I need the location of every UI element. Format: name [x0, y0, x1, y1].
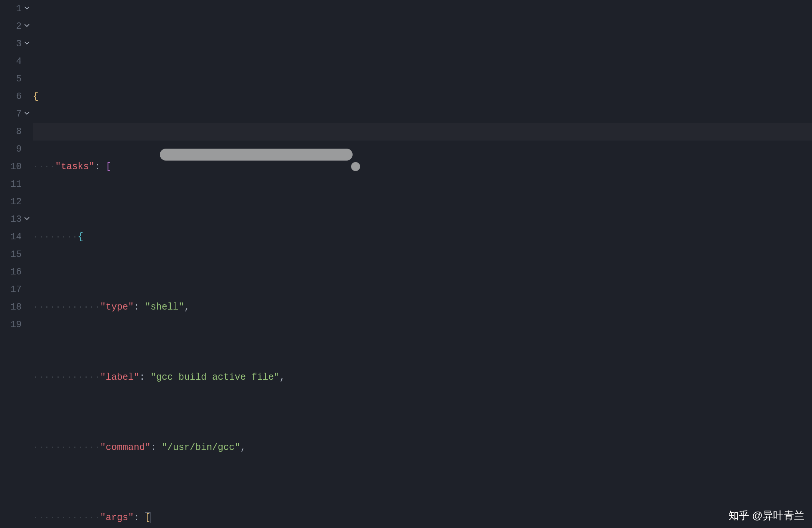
line-number: 17 — [7, 281, 22, 298]
line-number: 3 — [7, 35, 22, 53]
line-number: 4 — [7, 53, 22, 70]
watermark-author: @异叶青兰 — [752, 507, 805, 524]
line-number: 1 — [7, 0, 22, 18]
cursor-dot-overlay — [351, 162, 360, 171]
line-number: 16 — [7, 263, 22, 281]
watermark-site: 知乎 — [728, 507, 749, 524]
code-content[interactable]: { ····"tasks": [ ········{ ············"… — [33, 0, 812, 528]
line-number: 12 — [7, 193, 22, 211]
watermark: 知乎 @异叶青兰 — [728, 507, 805, 524]
fold-toggle[interactable] — [23, 105, 31, 123]
line-number: 13 — [7, 211, 22, 228]
line-number: 18 — [7, 298, 22, 316]
line-number: 15 — [7, 246, 22, 263]
line-number: 11 — [7, 176, 22, 193]
line-number: 2 — [7, 18, 22, 35]
line-number: 14 — [7, 228, 22, 246]
code-line[interactable]: ····"tasks": [ — [33, 158, 812, 176]
line-number: 8 — [7, 123, 22, 140]
code-line[interactable]: ············"type": "shell", — [33, 298, 812, 316]
cursor-selection-overlay — [160, 149, 353, 161]
fold-toggle[interactable] — [23, 18, 31, 35]
line-number: 7 — [7, 105, 22, 123]
code-line[interactable]: ········{ — [33, 228, 812, 246]
line-number: 6 — [7, 88, 22, 105]
line-number-gutter: 1 2 3 4 5 6 7 8 9 10 11 12 13 14 15 16 1… — [0, 0, 33, 528]
active-line-highlight — [33, 123, 812, 140]
code-line[interactable]: ············"command": "/usr/bin/gcc", — [33, 439, 812, 456]
code-line[interactable]: { — [33, 88, 812, 105]
line-number: 19 — [7, 316, 22, 333]
fold-toggle[interactable] — [23, 35, 31, 53]
code-line[interactable]: ············"label": "gcc build active f… — [33, 369, 812, 386]
line-number: 9 — [7, 140, 22, 158]
code-line[interactable]: ············"args": [ — [33, 509, 812, 527]
fold-toggle[interactable] — [23, 211, 31, 228]
code-editor[interactable]: 1 2 3 4 5 6 7 8 9 10 11 12 13 14 15 16 1… — [0, 0, 812, 528]
line-number: 10 — [7, 158, 22, 176]
line-number: 5 — [7, 70, 22, 88]
fold-toggle[interactable] — [23, 0, 31, 18]
